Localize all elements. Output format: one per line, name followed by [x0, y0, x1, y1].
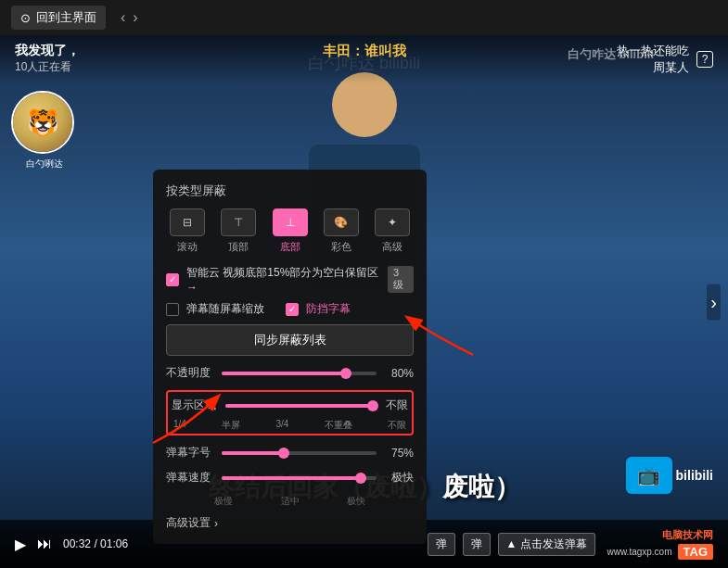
anti-subtitle-checkbox[interactable]	[286, 303, 299, 316]
danmu-icon-2: 弹	[471, 536, 482, 552]
type-bottom-label: 底部	[280, 240, 300, 254]
nav-arrows: ‹ ›	[121, 9, 138, 26]
fontsize-value: 75%	[384, 447, 414, 460]
video-area: 白勺咋达 bilibili 我发现了， 10人正在看 丰田：谁叫我 热一热还能吃…	[0, 35, 728, 568]
anti-subtitle-text: 防挡字幕	[306, 301, 351, 317]
smart-cloud-text: 智能云 视频底部15%部分为空白保留区 →	[186, 265, 380, 294]
region-fill	[225, 404, 373, 408]
danmu-filter-panel: 按类型屏蔽 ⊟ 滚动 ⊤ 顶部 ⊥ 底部 🎨 彩色 ✦ 高级	[153, 170, 427, 544]
region-labels: 1/4 半屏 3/4 不重叠 不限	[172, 419, 408, 432]
level-badge: 3级	[388, 266, 414, 293]
top-bar: ⊙ 回到主界面 ‹ ›	[0, 0, 728, 35]
type-bottom-icon: ⊥	[273, 208, 308, 236]
advanced-arrow: ›	[214, 517, 218, 530]
nav-back-arrow[interactable]: ‹	[121, 9, 125, 26]
bili-tv-icon: 📺	[626, 457, 672, 494]
avatar[interactable]: 🐯	[11, 91, 74, 154]
opacity-value: 80%	[384, 367, 414, 380]
back-label: 回到主界面	[36, 9, 96, 26]
next-button[interactable]: ⏭	[37, 536, 52, 552]
right-expand-arrow[interactable]: ›	[707, 284, 721, 320]
scale-text: 弹幕随屏幕缩放	[186, 301, 264, 317]
danmu-icon-1: 弹	[436, 536, 447, 552]
speed-fill	[222, 476, 361, 480]
play-button[interactable]: ▶	[15, 536, 26, 553]
opacity-slider-row: 不透明度 80%	[166, 365, 414, 381]
type-color-icon: 🎨	[324, 208, 359, 236]
speed-labels: 极慢 适中 极快	[166, 495, 414, 515]
danmu-btn-2[interactable]: 弹	[463, 533, 491, 556]
type-advanced[interactable]: ✦ 高级	[372, 208, 414, 254]
advanced-settings-link[interactable]: 高级设置 ›	[166, 515, 414, 531]
bili-logo: 📺 bilibili	[626, 457, 713, 494]
type-icons-row: ⊟ 滚动 ⊤ 顶部 ⊥ 底部 🎨 彩色 ✦ 高级	[166, 208, 414, 254]
type-scroll-label: 滚动	[177, 240, 198, 254]
send-label: 点击发送弹幕	[520, 536, 587, 552]
opacity-label: 不透明度	[166, 365, 214, 381]
display-region-header: 显示区域 不限	[172, 398, 408, 413]
sync-button[interactable]: 同步屏蔽列表	[166, 324, 414, 356]
opacity-thumb[interactable]	[340, 368, 351, 379]
opacity-track[interactable]	[222, 372, 377, 375]
watermark-row: www.tagxp.com TAG	[607, 544, 713, 560]
region-track[interactable]	[225, 404, 373, 408]
user-label: 白勺咧达	[7, 158, 82, 170]
type-top-label: 顶部	[228, 240, 249, 254]
advanced-label: 高级设置	[166, 515, 211, 531]
type-color[interactable]: 🎨 彩色	[320, 208, 362, 254]
speed-thumb[interactable]	[355, 473, 366, 484]
point-icon: ▲	[506, 537, 517, 550]
type-top[interactable]: ⊤ 顶部	[217, 208, 259, 254]
speed-slider-row: 弹幕速度 极快	[166, 470, 414, 486]
fontsize-track[interactable]	[222, 451, 377, 455]
viewer-count: 10人正在看	[15, 59, 80, 75]
type-scroll[interactable]: ⊟ 滚动	[166, 208, 208, 254]
nav-forward-arrow[interactable]: ›	[133, 9, 137, 26]
opacity-fill	[222, 372, 346, 375]
scale-anti-row: 弹幕随屏幕缩放 防挡字幕	[166, 301, 414, 317]
danmu-btn-1[interactable]: 弹	[428, 533, 455, 556]
bili-watermark-top: 白勺咋达 bilibili	[568, 46, 654, 63]
back-icon: ⊙	[20, 11, 31, 25]
bili-brand-text: bilibili	[676, 468, 713, 483]
video-title-center: 丰田：谁叫我	[323, 43, 406, 60]
smart-cloud-option: 智能云 视频底部15%部分为空白保留区 → 3级	[166, 265, 414, 294]
display-region-row: 显示区域 不限 1/4 半屏 3/4 不重叠 不限	[166, 390, 414, 435]
speed-max-label: 极快	[384, 470, 414, 486]
time-total: 01:06	[100, 537, 128, 550]
time-current: 00:32	[63, 537, 91, 550]
video-info-left: 我发现了， 10人正在看	[15, 43, 80, 75]
region-thumb[interactable]	[367, 400, 378, 411]
danmu-area: 弹 弹 ▲ 点击发送弹幕	[428, 533, 596, 556]
fontsize-fill	[222, 451, 284, 455]
type-bottom[interactable]: ⊥ 底部	[269, 208, 311, 254]
speed-fast-label: 极快	[347, 495, 365, 508]
type-color-label: 彩色	[331, 240, 351, 254]
smart-cloud-checkbox[interactable]	[166, 273, 179, 286]
type-advanced-icon: ✦	[375, 208, 410, 236]
watermark-container: 电脑技术网 www.tagxp.com TAG	[607, 528, 713, 560]
watermark-site: 电脑技术网	[662, 528, 713, 542]
speed-track[interactable]	[222, 476, 377, 480]
time-display: 00:32 / 01:06	[63, 537, 128, 550]
question-badge[interactable]: ?	[696, 51, 713, 68]
danmu-point-btn[interactable]: ▲ 点击发送弹幕	[498, 533, 596, 556]
display-nolimit-label: 不限	[378, 398, 408, 413]
speed-mid-label: 适中	[281, 495, 300, 508]
back-button[interactable]: ⊙ 回到主界面	[11, 6, 106, 30]
speed-min-label: 极慢	[214, 495, 233, 508]
scale-checkbox[interactable]	[166, 303, 179, 316]
tag-badge: TAG	[678, 544, 713, 560]
fontsize-thumb[interactable]	[278, 448, 289, 459]
type-scroll-icon: ⊟	[170, 208, 205, 236]
type-advanced-label: 高级	[382, 240, 402, 254]
avatar-face: 🐯	[13, 93, 72, 152]
stream-title: 我发现了，	[15, 43, 80, 59]
panel-title: 按类型屏蔽	[166, 183, 414, 199]
fontsize-slider-row: 弹幕字号 75%	[166, 445, 414, 461]
watermark-url: www.tagxp.com	[607, 547, 671, 557]
speed-label: 弹幕速度	[166, 470, 214, 486]
display-region-label: 显示区域	[172, 398, 220, 413]
type-top-icon: ⊤	[221, 208, 256, 236]
fontsize-label: 弹幕字号	[166, 445, 214, 461]
